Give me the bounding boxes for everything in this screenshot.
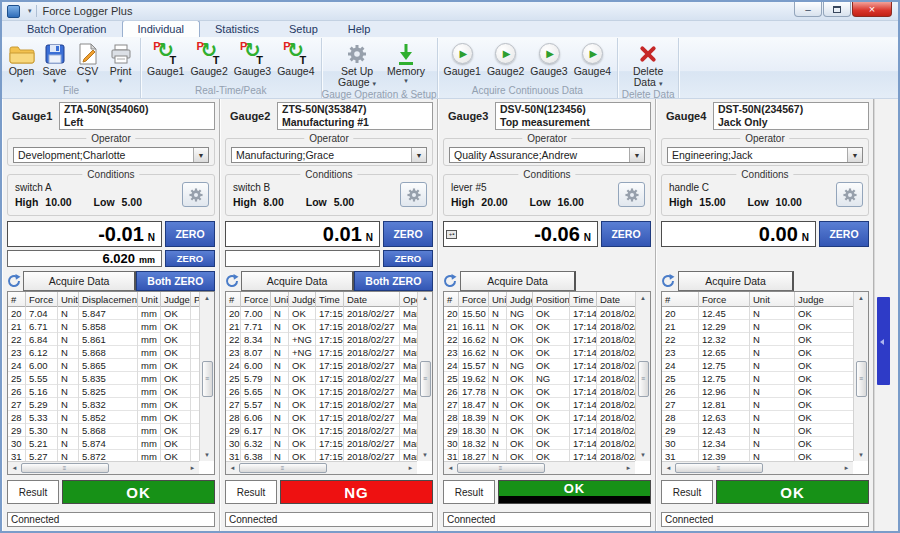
table-row[interactable]: 3012.34NOK	[662, 437, 853, 450]
table-row[interactable]: 2912.43NOK	[662, 424, 853, 437]
chevron-down-icon[interactable]: ▼	[411, 148, 426, 162]
table-row[interactable]: 2216.62NOKOK17:142018/02/27	[444, 333, 635, 346]
table-row[interactable]: 216.71N5.858mmOK	[8, 320, 199, 333]
tab-statistics[interactable]: Statistics	[200, 21, 274, 37]
tab-setup[interactable]: Setup	[274, 21, 333, 37]
table-row[interactable]: 2312.65NOK	[662, 346, 853, 359]
table-row[interactable]: 2519.62NOKNG17:142018/02/27	[444, 372, 635, 385]
realtime-gauge3-button[interactable]: ↻PT Gauge3	[231, 40, 274, 78]
scroll-left-icon[interactable]: ◄	[662, 462, 675, 475]
scroll-up-icon[interactable]: ▲	[419, 292, 432, 305]
open-button[interactable]: Open ▾	[5, 40, 38, 85]
table-row[interactable]: 2012.45NOK	[662, 307, 853, 320]
table-row[interactable]: 255.79NOK17:152018/02/27Manu	[226, 372, 417, 385]
scroll-up-icon[interactable]: ▲	[855, 292, 868, 305]
scroll-right-icon[interactable]: ►	[404, 462, 417, 475]
table-row[interactable]: 265.65NOK17:152018/02/27Manu	[226, 385, 417, 398]
realtime-gauge1-button[interactable]: ↻PT Gauge1	[144, 40, 187, 78]
chevron-down-icon[interactable]: ▼	[193, 148, 208, 162]
table-horizontal-scrollbar[interactable]: ◄≡►	[662, 461, 853, 474]
table-row[interactable]: 275.57NOK17:152018/02/27Manu	[226, 398, 417, 411]
table-row[interactable]: 2612.96NOK	[662, 385, 853, 398]
table-horizontal-scrollbar[interactable]: ◄≡►	[444, 461, 635, 474]
force-zero-button[interactable]: ZERO	[819, 221, 869, 247]
acquire-data-button[interactable]: Acquire Data	[678, 271, 794, 291]
acquire-data-button[interactable]: Acquire Data	[460, 271, 576, 291]
scroll-right-icon[interactable]: ►	[622, 462, 635, 475]
table-row[interactable]: 238.07N+NG17:152018/02/27Manu	[226, 346, 417, 359]
table-row[interactable]: 226.84N5.861mmOK	[8, 333, 199, 346]
table-row[interactable]: 255.55N5.835mmOK	[8, 372, 199, 385]
table-row[interactable]: 285.33N5.852mmOK	[8, 411, 199, 424]
acquire-gauge1-button[interactable]: ▶ Gauge1	[441, 40, 484, 78]
table-row[interactable]: 296.17NOK17:152018/02/27Manu	[226, 424, 417, 437]
table-row[interactable]: 2412.75NOK	[662, 359, 853, 372]
table-row[interactable]: 207.00NOK17:152018/02/27Manu	[226, 307, 417, 320]
scroll-thumb[interactable]: ≡	[420, 361, 431, 397]
operator-select[interactable]: Development;Charlotte ▼	[13, 147, 209, 163]
table-row[interactable]: 265.16N5.825mmOK	[8, 385, 199, 398]
table-row[interactable]: 306.32NOK17:152018/02/27Manu	[226, 437, 417, 450]
table-row[interactable]: 295.30N5.868mmOK	[8, 424, 199, 437]
scroll-down-icon[interactable]: ▼	[637, 448, 650, 461]
realtime-gauge2-button[interactable]: ↻PT Gauge2	[187, 40, 230, 78]
both-zero-button[interactable]: Both ZERO	[354, 271, 433, 291]
acquire-data-button[interactable]: Acquire Data	[241, 271, 353, 291]
panel-scrollbar-track[interactable]	[874, 99, 898, 531]
acquire-gauge3-button[interactable]: ▶ Gauge3	[527, 40, 570, 78]
table-row[interactable]: 2712.81NOK	[662, 398, 853, 411]
close-button[interactable]: ×	[852, 2, 892, 17]
scroll-left-icon[interactable]: ◄	[226, 462, 239, 475]
table-row[interactable]: 246.00NOK17:152018/02/27Manu	[226, 359, 417, 372]
scroll-thumb[interactable]: ≡	[856, 361, 867, 397]
table-horizontal-scrollbar[interactable]: ◄≡►	[226, 461, 417, 474]
quick-access-caret-icon[interactable]: ▾	[28, 7, 32, 15]
operator-select[interactable]: Manufacturing;Grace ▼	[231, 147, 427, 163]
table-row[interactable]: 2812.63NOK	[662, 411, 853, 424]
scroll-thumb[interactable]: ≡	[239, 463, 327, 473]
scroll-right-icon[interactable]: ►	[840, 462, 853, 475]
table-row[interactable]: 275.29N5.832mmOK	[8, 398, 199, 411]
minimize-button[interactable]: –	[794, 2, 822, 17]
table-row[interactable]: 2718.47NOKOK17:142018/02/27	[444, 398, 635, 411]
table-row[interactable]: 2015.50NNGOK17:142018/02/27	[444, 307, 635, 320]
maximize-button[interactable]	[823, 2, 851, 17]
table-row[interactable]: 228.34N+NG17:152018/02/27Manu	[226, 333, 417, 346]
chevron-down-icon[interactable]: ▼	[629, 148, 644, 162]
condition-settings-button[interactable]	[618, 182, 645, 207]
csv-button[interactable]: CSV ▾	[71, 40, 104, 85]
scroll-thumb[interactable]: ≡	[21, 463, 109, 473]
set-up-gauge-button[interactable]: Set Up Gauge ▾	[330, 40, 384, 89]
scroll-thumb[interactable]: ≡	[638, 361, 649, 397]
table-row[interactable]: 2316.62NOKOK17:142018/02/27	[444, 346, 635, 359]
displacement-zero-button[interactable]: ZERO	[383, 250, 433, 267]
scroll-thumb[interactable]: ≡	[675, 463, 763, 473]
scroll-down-icon[interactable]: ▼	[201, 448, 214, 461]
acquire-gauge4-button[interactable]: ▶ Gauge4	[571, 40, 614, 78]
table-row[interactable]: 217.71NOK17:152018/02/27Manu	[226, 320, 417, 333]
acquire-data-button[interactable]: Acquire Data	[23, 271, 135, 291]
table-row[interactable]: 286.06NOK17:152018/02/27Manu	[226, 411, 417, 424]
table-row[interactable]: 2512.75NOK	[662, 372, 853, 385]
force-zero-button[interactable]: ZERO	[383, 221, 433, 247]
scroll-left-icon[interactable]: ◄	[444, 462, 457, 475]
table-row[interactable]: 2116.11NOKOK17:142018/02/27	[444, 320, 635, 333]
table-horizontal-scrollbar[interactable]: ◄≡►	[8, 461, 199, 474]
table-row[interactable]: 236.12N5.868mmOK	[8, 346, 199, 359]
operator-select[interactable]: Engineering;Jack ▼	[667, 147, 863, 163]
table-row[interactable]: 2212.32NOK	[662, 333, 853, 346]
table-vertical-scrollbar[interactable]: ▲≡▼	[199, 292, 214, 461]
chevron-down-icon[interactable]: ▼	[847, 148, 862, 162]
table-row[interactable]: 2818.39NOKOK17:142018/02/27	[444, 411, 635, 424]
scroll-thumb[interactable]: ≡	[457, 463, 545, 473]
tab-individual[interactable]: Individual	[122, 20, 200, 37]
table-row[interactable]: 305.21N5.874mmOK	[8, 437, 199, 450]
print-button[interactable]: Print ▾	[104, 40, 137, 85]
table-row[interactable]: 207.04N5.847mmOK	[8, 307, 199, 320]
table-row[interactable]: 246.00N5.865mmOK	[8, 359, 199, 372]
table-vertical-scrollbar[interactable]: ▲≡▼	[853, 292, 868, 462]
memory-button[interactable]: Memory ▾	[384, 40, 428, 85]
scroll-left-icon[interactable]: ◄	[8, 462, 21, 475]
delete-data-button[interactable]: Delete Data ▾	[621, 40, 675, 89]
scroll-thumb[interactable]: ≡	[202, 361, 213, 397]
